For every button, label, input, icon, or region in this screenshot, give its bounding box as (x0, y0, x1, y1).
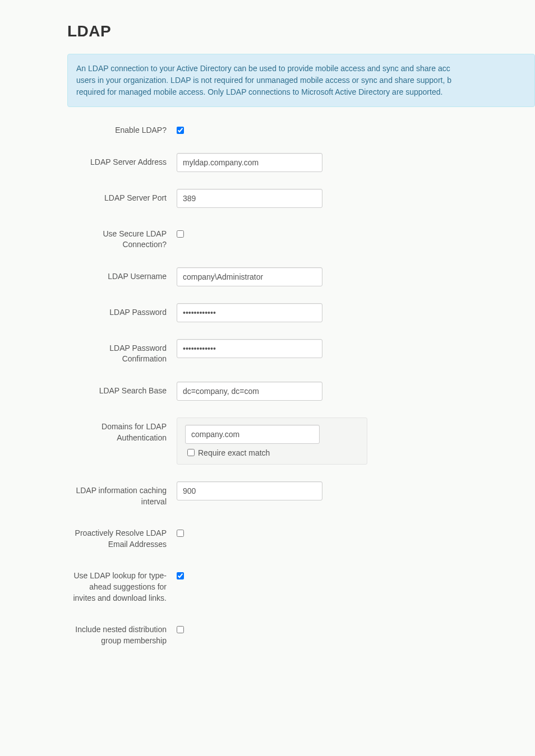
domains-box: Require exact match (177, 418, 367, 465)
proactive-resolve-checkbox[interactable] (177, 530, 184, 537)
domains-input[interactable] (185, 425, 320, 444)
domains-label: Domains for LDAP Authentication (67, 418, 177, 443)
info-banner: An LDAP connection to your Active Direct… (67, 54, 535, 107)
info-line-2: users in your organization. LDAP is not … (76, 75, 526, 86)
password-confirm-label: LDAP Password Confirmation (67, 339, 177, 365)
password-label: LDAP Password (67, 303, 177, 318)
caching-interval-label: LDAP information caching interval (67, 481, 177, 507)
nested-groups-checkbox[interactable] (177, 626, 184, 633)
exact-match-label: Require exact match (198, 448, 270, 457)
typeahead-checkbox[interactable] (177, 572, 184, 579)
nested-groups-label: Include nested distribution group member… (67, 620, 177, 646)
username-label: LDAP Username (67, 267, 177, 282)
info-line-3: required for managed mobile access. Only… (76, 86, 526, 98)
info-line-1: An LDAP connection to your Active Direct… (76, 63, 526, 75)
password-confirm-input[interactable] (177, 339, 322, 358)
secure-connection-label: Use Secure LDAP Connection? (67, 225, 177, 251)
server-port-input[interactable] (177, 189, 322, 208)
typeahead-label: Use LDAP lookup for type-ahead suggestio… (67, 567, 177, 604)
server-address-label: LDAP Server Address (67, 153, 177, 168)
caching-interval-input[interactable] (177, 481, 322, 500)
search-base-label: LDAP Search Base (67, 382, 177, 397)
exact-match-checkbox[interactable] (187, 449, 195, 456)
secure-connection-checkbox[interactable] (177, 230, 184, 238)
username-input[interactable] (177, 267, 322, 286)
server-address-input[interactable] (177, 153, 322, 172)
enable-ldap-checkbox[interactable] (177, 127, 184, 134)
search-base-input[interactable] (177, 382, 322, 401)
page-title: LDAP (67, 22, 535, 40)
password-input[interactable] (177, 303, 322, 322)
proactive-resolve-label: Proactively Resolve LDAP Email Addresses (67, 524, 177, 550)
enable-ldap-label: Enable LDAP? (67, 121, 177, 136)
server-port-label: LDAP Server Port (67, 189, 177, 204)
